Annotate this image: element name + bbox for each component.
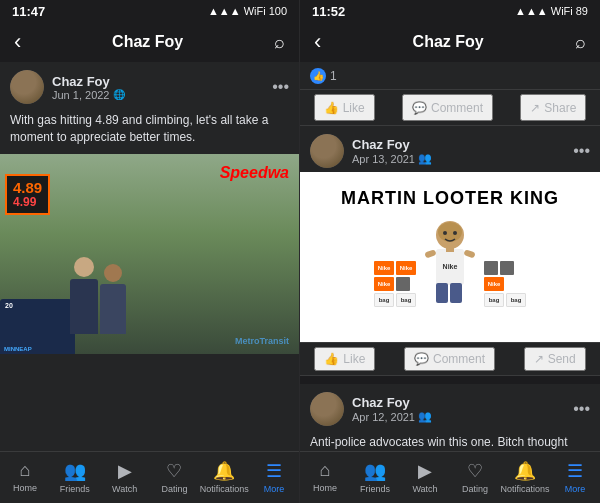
right-friends-icon: 👥 <box>364 460 386 482</box>
right-notifications-icon: 🔔 <box>514 460 536 482</box>
bag-3: bag <box>484 293 504 307</box>
third-post-meta: Chaz Foy Apr 12, 2021 👥 <box>352 395 565 423</box>
right-nav-home[interactable]: ⌂ Home <box>300 460 350 493</box>
meme-privacy-icon: 👥 <box>418 152 432 165</box>
right-battery-icon: 89 <box>576 5 588 17</box>
meme-post-meta: Chaz Foy Apr 13, 2021 👥 <box>352 137 565 165</box>
meme-action-bar: 👍 Like 💬 Comment ↗ Send <box>300 342 600 376</box>
meme-scene: Nike Nike Nike bag bag <box>308 217 592 307</box>
right-nav-more[interactable]: ☰ More <box>550 460 600 494</box>
phone-stack-2 <box>484 261 498 275</box>
meme-send-button[interactable]: ↗ Send <box>524 347 586 371</box>
wifi-icon: WiFi <box>244 5 266 17</box>
left-box-pile: Nike Nike Nike bag bag <box>374 261 416 307</box>
meme-post-author: Chaz Foy <box>352 137 565 152</box>
post-meta-1: Chaz Foy Jun 1, 2022 🌐 <box>52 74 264 101</box>
like-button[interactable]: 👍 Like <box>314 94 375 121</box>
police-car: 20 MINNEAP <box>0 299 75 354</box>
avatar-image-1 <box>10 70 44 104</box>
third-post-card: Chaz Foy Apr 12, 2021 👥 ••• Anti-police … <box>300 384 600 451</box>
right-nav-dating[interactable]: ♡ Dating <box>450 460 500 494</box>
officer-1 <box>70 257 98 334</box>
third-post-header: Chaz Foy Apr 12, 2021 👥 ••• <box>300 384 600 430</box>
reaction-count: 1 <box>330 69 337 83</box>
dating-icon: ♡ <box>166 460 182 482</box>
left-phone-panel: 11:47 ▲▲▲ WiFi 100 ‹ Chaz Foy ⌕ Chaz Foy <box>0 0 300 503</box>
friends-icon: 👥 <box>64 460 86 482</box>
right-more-icon: ☰ <box>567 460 583 482</box>
svg-point-2 <box>443 231 447 235</box>
gas-price-sign: 4.89 4.99 <box>5 174 50 216</box>
speedway-sign: Speedwa <box>220 164 289 182</box>
right-wifi-icon: WiFi <box>551 5 573 17</box>
right-back-button[interactable]: ‹ <box>314 29 321 55</box>
third-post-options[interactable]: ••• <box>573 400 590 418</box>
back-button[interactable]: ‹ <box>14 29 21 55</box>
right-nav-notifications[interactable]: 🔔 Notifications <box>500 460 550 494</box>
meme-post-card: Chaz Foy Apr 13, 2021 👥 ••• MARTIN LOOTE… <box>300 126 600 376</box>
phone-stack-1 <box>396 277 410 291</box>
third-post-avatar <box>310 392 344 426</box>
right-nav-friends[interactable]: 👥 Friends <box>350 460 400 494</box>
third-post-author: Chaz Foy <box>352 395 565 410</box>
nike-box-2: Nike <box>396 261 416 275</box>
svg-point-1 <box>438 222 462 242</box>
share-button[interactable]: ↗ Share <box>520 94 586 121</box>
bag-4: bag <box>506 293 526 307</box>
reaction-bar: 👍 1 <box>300 62 600 90</box>
officer-2 <box>100 264 126 334</box>
meme-send-icon: ↗ <box>534 352 544 366</box>
third-privacy-icon: 👥 <box>418 410 432 423</box>
meme-comment-icon: 💬 <box>414 352 429 366</box>
nav-home[interactable]: ⌂ Home <box>0 460 50 493</box>
post-text-1: With gas hitting 4.89 and climbing, let'… <box>0 108 299 154</box>
post-card-1: Chaz Foy Jun 1, 2022 🌐 ••• With gas hitt… <box>0 62 299 354</box>
svg-rect-8 <box>436 283 448 303</box>
home-icon: ⌂ <box>19 460 30 481</box>
svg-rect-9 <box>450 283 462 303</box>
signal-icon: ▲▲▲ <box>208 5 241 17</box>
nav-more[interactable]: ☰ More <box>249 460 299 494</box>
right-watch-icon: ▶ <box>418 460 432 482</box>
nike-box-4: Nike <box>484 277 504 291</box>
meme-comment-button[interactable]: 💬 Comment <box>404 347 495 371</box>
right-bottom-nav: ⌂ Home 👥 Friends ▶ Watch ♡ Dating 🔔 Noti… <box>300 451 600 503</box>
right-page-title: Chaz Foy <box>413 33 484 51</box>
post-options-1[interactable]: ••• <box>272 78 289 96</box>
right-search-button[interactable]: ⌕ <box>575 32 586 53</box>
meme-title-text: MARTIN LOOTER KING <box>333 180 567 217</box>
right-nav-watch[interactable]: ▶ Watch <box>400 460 450 494</box>
svg-rect-6 <box>424 249 436 258</box>
more-icon: ☰ <box>266 460 282 482</box>
battery-icon: 100 <box>269 5 287 17</box>
svg-text:Nike: Nike <box>443 263 458 270</box>
comment-button[interactable]: 💬 Comment <box>402 94 493 121</box>
meme-post-options[interactable]: ••• <box>573 142 590 160</box>
right-nav-bar: ‹ Chaz Foy ⌕ <box>300 22 600 62</box>
left-bottom-nav: ⌂ Home 👥 Friends ▶ Watch ♡ Dating 🔔 Noti… <box>0 451 299 503</box>
nav-dating[interactable]: ♡ Dating <box>149 460 199 494</box>
meme-like-button[interactable]: 👍 Like <box>314 347 375 371</box>
nav-friends[interactable]: 👥 Friends <box>50 460 100 494</box>
metro-logo: MetroTransit <box>235 336 289 346</box>
right-time: 11:52 <box>312 4 345 19</box>
right-status-icons: ▲▲▲ WiFi 89 <box>515 5 588 17</box>
left-feed: Chaz Foy Jun 1, 2022 🌐 ••• With gas hitt… <box>0 62 299 451</box>
comment-icon: 💬 <box>412 101 427 115</box>
notifications-icon: 🔔 <box>213 460 235 482</box>
left-page-title: Chaz Foy <box>112 33 183 51</box>
post-image-1: 4.89 4.99 Speedwa 20 MINNEAP <box>0 154 299 354</box>
right-box-pile: Nike bag bag <box>484 261 526 307</box>
like-reaction-dot: 👍 <box>310 68 326 84</box>
nav-watch[interactable]: ▶ Watch <box>100 460 150 494</box>
avatar-1 <box>10 70 44 104</box>
street-scene: 20 MINNEAP MetroTransit <box>0 224 299 354</box>
meme-character-svg: Nike <box>420 217 480 307</box>
nav-notifications[interactable]: 🔔 Notifications <box>199 460 249 494</box>
search-button[interactable]: ⌕ <box>274 32 285 53</box>
svg-rect-7 <box>463 249 475 258</box>
right-status-bar: 11:52 ▲▲▲ WiFi 89 <box>300 0 600 22</box>
bag-2: bag <box>396 293 416 307</box>
meme-like-icon: 👍 <box>324 352 339 366</box>
left-status-icons: ▲▲▲ WiFi 100 <box>208 5 287 17</box>
